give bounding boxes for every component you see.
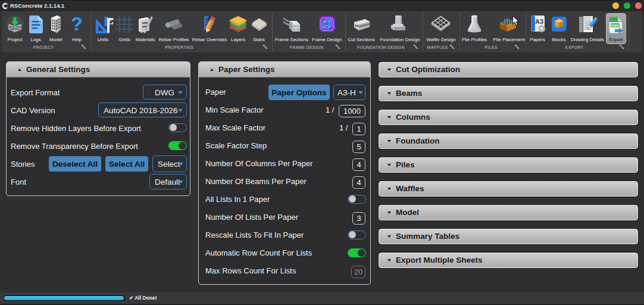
svg-text:?: ? <box>71 15 83 33</box>
svg-text:A3: A3 <box>535 18 543 25</box>
svg-text:DWG: DWG <box>611 24 619 27</box>
